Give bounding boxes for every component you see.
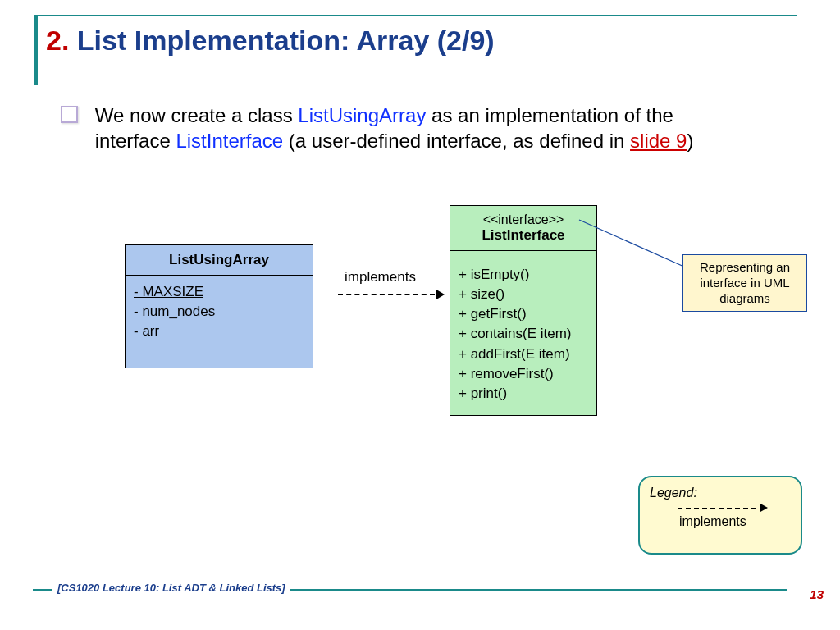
uml-interface-head: <<interface>> ListInterface bbox=[450, 206, 596, 251]
footer-text: [CS1020 Lecture 10: List ADT & Linked Li… bbox=[52, 582, 290, 594]
bullet-icon bbox=[61, 106, 78, 123]
implements-label: implements bbox=[345, 269, 416, 285]
uml-class-box: ListUsingArray - MAXSIZE - num_nodes - a… bbox=[125, 244, 313, 368]
code-ident: ListInterface bbox=[176, 130, 283, 152]
side-border bbox=[34, 15, 38, 85]
title-number: 2. bbox=[46, 25, 69, 56]
uml-operations-empty bbox=[126, 349, 313, 368]
slide-title: 2. List Implementation: Array (2/9) bbox=[46, 25, 495, 57]
legend-arrow-icon bbox=[678, 505, 768, 514]
note-line: interface in UML bbox=[688, 276, 801, 291]
uml-attr: - num_nodes bbox=[134, 302, 304, 322]
uml-note: Representing an interface in UML diagram… bbox=[682, 254, 807, 312]
uml-stereotype: <<interface>> bbox=[454, 212, 593, 227]
bullet-item: We now create a class ListUsingArray as … bbox=[61, 103, 750, 153]
uml-interface-box: <<interface>> ListInterface + isEmpty() … bbox=[450, 205, 597, 416]
uml-op: + print() bbox=[459, 384, 588, 404]
page-number: 13 bbox=[810, 587, 824, 601]
uml-op: + addFirst(E item) bbox=[459, 345, 588, 364]
implements-arrow-icon bbox=[338, 291, 445, 299]
uml-attributes: - MAXSIZE - num_nodes - arr bbox=[126, 276, 313, 349]
bullet-seg: We now create a class bbox=[95, 104, 299, 126]
uml-op: + getFirst() bbox=[459, 304, 588, 324]
code-ident: ListUsingArray bbox=[298, 104, 426, 126]
uml-attr: - arr bbox=[134, 322, 304, 341]
uml-interface-name: ListInterface bbox=[482, 227, 564, 243]
legend-box: Legend: implements bbox=[638, 476, 802, 555]
uml-op: + contains(E item) bbox=[459, 324, 588, 344]
top-border bbox=[34, 15, 797, 16]
uml-operations: + isEmpty() + size() + getFirst() + cont… bbox=[450, 258, 596, 415]
slide-link[interactable]: slide 9 bbox=[630, 130, 687, 152]
title-text: List Implementation: Array (2/9) bbox=[77, 25, 495, 56]
legend-title: Legend: bbox=[650, 486, 791, 500]
uml-op: + isEmpty() bbox=[459, 265, 588, 285]
uml-op: + removeFirst() bbox=[459, 364, 588, 384]
uml-class-name: ListUsingArray bbox=[126, 245, 313, 276]
note-line: Representing an bbox=[688, 260, 801, 276]
uml-attributes-empty bbox=[450, 251, 596, 258]
uml-attr: - MAXSIZE bbox=[134, 282, 304, 302]
uml-op: + size() bbox=[459, 285, 588, 304]
note-line: diagrams bbox=[688, 291, 801, 307]
legend-label: implements bbox=[679, 514, 791, 529]
bullet-text: We now create a class ListUsingArray as … bbox=[95, 103, 743, 153]
bullet-seg: (a user-defined interface, as defined in bbox=[283, 130, 630, 152]
bullet-seg: ) bbox=[687, 130, 693, 152]
